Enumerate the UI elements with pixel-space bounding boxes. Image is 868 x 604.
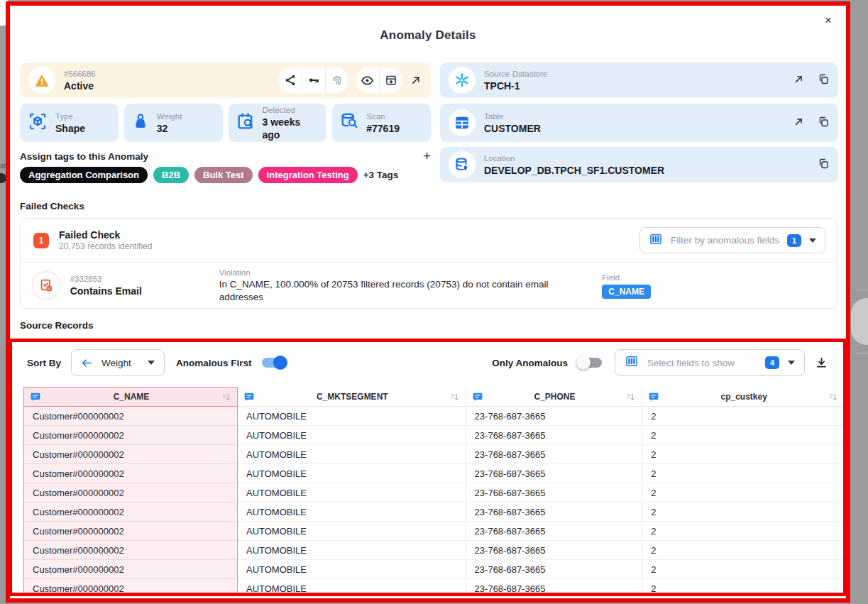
table-cell: AUTOMOBILE	[238, 503, 466, 522]
failed-checks-heading: Failed Checks	[20, 201, 84, 212]
table-body: Customer#000000002AUTOMOBILE23-768-687-3…	[23, 407, 845, 596]
add-tag-button[interactable]: +	[423, 150, 431, 162]
filter-anomalous-fields-button[interactable]: Filter by anomalous fields 1	[639, 227, 825, 253]
table-cell: 2	[642, 560, 845, 579]
stat-value: #77619	[366, 122, 400, 135]
chevron-down-icon	[788, 361, 795, 365]
table-cell: Customer#000000002	[23, 541, 238, 560]
expand-icon[interactable]	[410, 74, 422, 87]
table-row: Customer#000000002AUTOMOBILE23-768-687-3…	[23, 560, 845, 579]
field-label: Field	[602, 273, 651, 283]
sort-direction-arrow-icon	[81, 357, 93, 369]
table-cell: Customer#000000002	[23, 503, 238, 522]
only-anomalous-label: Only Anomalous	[492, 358, 568, 368]
table-cell: 23-768-687-3665	[466, 541, 643, 560]
tag-pill[interactable]: Bulk Test	[194, 167, 253, 183]
table-cell: 2	[642, 483, 845, 503]
table-cell: 23-768-687-3665	[466, 445, 643, 464]
download-icon[interactable]	[815, 356, 828, 370]
fingerprint-icon[interactable]	[325, 67, 348, 93]
table-cell: AUTOMOBILE	[238, 464, 466, 483]
table-row: Customer#000000002AUTOMOBILE23-768-687-3…	[23, 522, 845, 541]
table-cell: Customer#000000002	[23, 445, 238, 464]
column-name: C_MKTSEGMENT	[255, 392, 450, 402]
stat-value: Shape	[55, 122, 85, 135]
tag-pill[interactable]: B2B	[153, 167, 189, 183]
table-cell: AUTOMOBILE	[238, 560, 466, 579]
sort-by-label: Sort By	[27, 358, 61, 368]
share-icon[interactable]	[278, 67, 302, 93]
only-anomalous-toggle[interactable]	[578, 358, 602, 368]
snowflake-icon	[449, 67, 476, 94]
table-cell: 23-768-687-3665	[466, 579, 643, 596]
message-square-icon[interactable]	[472, 391, 483, 402]
source-records-panel: Sort By Weight Anomalous First Only Anom…	[9, 339, 847, 596]
message-square-icon[interactable]	[243, 391, 255, 402]
archive-icon[interactable]	[379, 67, 402, 93]
table-cell: 23-768-687-3665	[466, 522, 643, 541]
stat-card-type: Type Shape	[20, 104, 119, 142]
column-header-cp_custkey[interactable]: cp_custkey	[642, 387, 845, 407]
table-cell: 2	[642, 407, 845, 426]
table-cell: 23-768-687-3665	[466, 560, 643, 579]
select-fields-dropdown[interactable]: Select fields to show 4	[615, 349, 805, 376]
failed-checks-card: 1 Failed Check 20,753 records identified…	[20, 218, 837, 309]
sort-icon[interactable]	[828, 392, 838, 402]
tag-pill[interactable]: Aggregation Comparison	[20, 167, 148, 183]
column-header-C_MKTSEGMENT[interactable]: C_MKTSEGMENT	[238, 387, 466, 407]
copy-icon[interactable]	[818, 73, 830, 88]
check-id: #332853	[70, 274, 177, 285]
card-label: Location	[484, 153, 664, 164]
sort-value: Weight	[101, 358, 131, 368]
sort-icon[interactable]	[221, 392, 231, 402]
open-datastore-icon[interactable]	[793, 73, 805, 88]
column-header-C_PHONE[interactable]: C_PHONE	[466, 387, 643, 407]
source-records-table: C_NAMEC_MKTSEGMENTC_PHONEcp_custkey Cust…	[23, 387, 845, 596]
sort-by-dropdown[interactable]: Weight	[71, 349, 165, 376]
message-square-icon[interactable]	[648, 391, 659, 402]
table-cell: Customer#000000002	[23, 426, 238, 445]
table-row: Customer#000000002AUTOMOBILE23-768-687-3…	[23, 445, 845, 464]
table-cell: 23-768-687-3665	[466, 464, 643, 483]
anomalous-first-label: Anomalous First	[176, 358, 252, 368]
close-icon[interactable]: ×	[820, 13, 836, 28]
table-row: Customer#000000002AUTOMOBILE23-768-687-3…	[23, 426, 845, 445]
anomalous-first-toggle[interactable]	[262, 358, 286, 368]
sort-icon[interactable]	[626, 392, 636, 402]
failed-check-title: Failed Check	[59, 229, 152, 241]
filter-button-label: Filter by anomalous fields	[671, 235, 779, 246]
eye-icon[interactable]	[356, 67, 379, 93]
table-row: Customer#000000002AUTOMOBILE23-768-687-3…	[23, 464, 845, 483]
tag-pill[interactable]: Integration Testing	[258, 167, 358, 183]
table-cell: Customer#000000002	[23, 407, 238, 426]
table-cell: Customer#000000002	[23, 483, 238, 503]
copy-icon[interactable]	[818, 158, 830, 172]
card-label: Table	[484, 111, 541, 122]
location-card: Location DEVELOP_DB.TPCH_SF1.CUSTOMER	[440, 147, 838, 182]
tags-row: Aggregation ComparisonB2BBulk TestIntegr…	[20, 167, 439, 183]
side-panel-handle[interactable]	[851, 298, 868, 345]
source-datastore-card: Source Datastore TPCH-1	[440, 62, 838, 98]
table-cell: AUTOMOBILE	[238, 483, 466, 503]
key-icon[interactable]	[302, 67, 325, 93]
check-rule-icon	[32, 271, 60, 300]
table-row: Customer#000000002AUTOMOBILE23-768-687-3…	[23, 579, 845, 596]
filter-count-badge: 1	[787, 234, 801, 247]
stat-label: Detected	[263, 105, 320, 116]
more-tags-label[interactable]: +3 Tags	[363, 170, 399, 180]
stat-value: 3 weeks ago	[263, 116, 320, 141]
scan-icon	[339, 111, 359, 134]
columns-icon	[625, 354, 639, 371]
open-table-icon[interactable]	[793, 116, 805, 131]
column-header-C_NAME[interactable]: C_NAME	[23, 387, 238, 407]
card-value: DEVELOP_DB.TPCH_SF1.CUSTOMER	[484, 164, 664, 177]
failed-check-count-badge: 1	[33, 233, 49, 248]
copy-icon[interactable]	[818, 116, 830, 131]
message-square-icon[interactable]	[30, 391, 41, 402]
action-group-2	[356, 67, 402, 93]
sort-icon[interactable]	[450, 392, 460, 402]
select-fields-badge: 4	[765, 356, 779, 369]
failed-check-subtitle: 20,753 records identified	[59, 241, 152, 252]
stats-row: Type Shape Weight 32 Detected	[20, 104, 431, 142]
table-cell: AUTOMOBILE	[238, 445, 466, 464]
